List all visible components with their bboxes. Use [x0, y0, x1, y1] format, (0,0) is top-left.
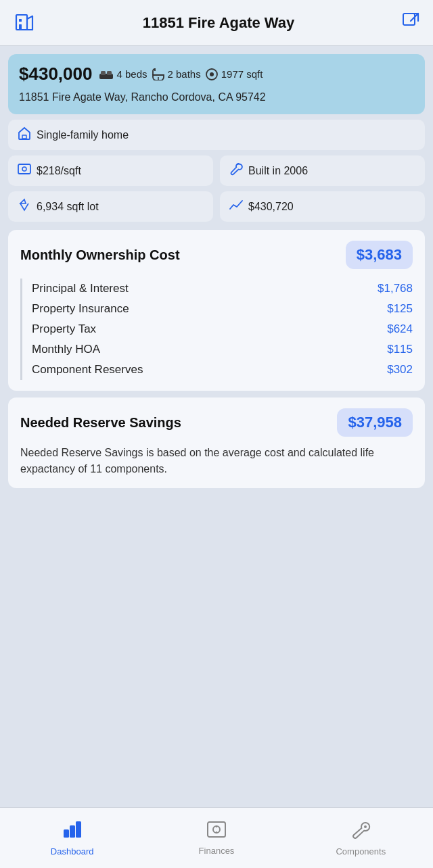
svg-rect-1	[19, 19, 22, 22]
cost-value-2: $624	[387, 322, 413, 336]
reserve-amount: $37,958	[337, 408, 413, 437]
sqft-info: 1977 sqft	[205, 68, 263, 81]
cost-value-1: $125	[387, 302, 413, 316]
nav-label-finances: Finances	[199, 846, 235, 856]
svg-point-14	[210, 72, 214, 76]
svg-rect-10	[107, 71, 112, 75]
nav-label-dashboard: Dashboard	[51, 846, 94, 857]
built-label: Built in 2006	[248, 165, 308, 177]
nav-item-dashboard[interactable]: Dashboard	[0, 815, 144, 862]
built-chip: Built in 2006	[220, 155, 425, 186]
property-price: $430,000	[19, 64, 92, 85]
svg-rect-19	[64, 829, 69, 838]
monthly-cost-total: $3,683	[346, 241, 413, 269]
svg-rect-21	[76, 821, 81, 838]
money-sqft-icon	[18, 164, 31, 178]
svg-rect-22	[208, 822, 225, 837]
dashboard-icon	[62, 820, 83, 844]
beds-info: 4 beds	[99, 68, 147, 80]
monthly-cost-title: Monthly Ownership Cost	[20, 247, 180, 263]
estimate-label: $430,720	[248, 201, 294, 213]
table-row: Property Insurance $125	[32, 299, 413, 319]
wrench-icon	[229, 162, 243, 179]
baths-info: 2 baths	[152, 68, 201, 80]
svg-rect-16	[18, 164, 30, 174]
nav-item-components[interactable]: Components	[289, 815, 433, 862]
external-link-icon[interactable]	[402, 12, 419, 34]
svg-rect-15	[22, 135, 26, 139]
property-card: $430,000 4 beds 2 baths 1977 sqft 11851 …	[8, 54, 425, 114]
svg-rect-20	[70, 825, 75, 838]
cost-value-3: $115	[387, 343, 413, 356]
sqft-label: 1977 sqft	[221, 68, 263, 80]
table-row: Component Reserves $302	[32, 360, 413, 380]
app-header: 11851 Fire Agate Way	[0, 0, 433, 46]
cost-value-0: $1,768	[378, 282, 413, 295]
price-sqft-chip: $218/sqft	[8, 155, 213, 186]
lot-chip: 6,934 sqft lot	[8, 191, 213, 222]
cost-label-3: Monthly HOA	[32, 343, 100, 356]
estimate-chip: $430,720	[220, 191, 425, 222]
lot-label: 6,934 sqft lot	[37, 201, 99, 213]
svg-point-26	[364, 825, 367, 828]
svg-line-3	[27, 16, 32, 19]
svg-rect-2	[19, 24, 22, 30]
finances-icon	[206, 821, 227, 843]
nav-label-components: Components	[336, 846, 386, 857]
table-row: Monthly HOA $115	[32, 339, 413, 360]
table-row: Principal & Interest $1,768	[32, 279, 413, 299]
monthly-cost-section: Monthly Ownership Cost $3,683 Principal …	[8, 230, 425, 391]
home-icon	[18, 126, 31, 143]
baths-label: 2 baths	[168, 68, 201, 80]
home-type-label: Single-family home	[37, 129, 129, 141]
components-icon	[350, 820, 371, 844]
svg-rect-9	[101, 71, 106, 75]
cost-label-4: Component Reserves	[32, 363, 143, 377]
building-icon	[14, 9, 35, 36]
beds-label: 4 beds	[116, 68, 147, 80]
page-title: 11851 Fire Agate Way	[143, 14, 295, 32]
bottom-nav: Dashboard Finances Components	[0, 807, 433, 868]
cost-label-2: Property Tax	[32, 322, 96, 336]
chart-icon	[229, 199, 243, 214]
table-row: Property Tax $624	[32, 319, 413, 339]
reserve-description: Needed Reserve Savings is based on the a…	[20, 445, 413, 477]
nav-item-finances[interactable]: Finances	[144, 815, 288, 861]
home-type-chip: Single-family home	[8, 120, 425, 150]
cost-label-1: Property Insurance	[32, 302, 129, 316]
property-chips: Single-family home $218/sqft Built in 20…	[8, 120, 425, 222]
price-sqft-label: $218/sqft	[37, 165, 81, 177]
svg-point-17	[22, 167, 26, 171]
property-address: 11851 Fire Agate Way, Rancho Cordova, CA…	[19, 90, 414, 105]
cost-value-4: $302	[387, 363, 413, 377]
reserve-savings-section: Needed Reserve Savings $37,958 Needed Re…	[8, 397, 425, 488]
reserve-title: Needed Reserve Savings	[20, 415, 181, 431]
cost-list: Principal & Interest $1,768 Property Ins…	[20, 279, 413, 380]
cost-label-0: Principal & Interest	[32, 282, 129, 295]
lot-icon	[18, 198, 31, 215]
